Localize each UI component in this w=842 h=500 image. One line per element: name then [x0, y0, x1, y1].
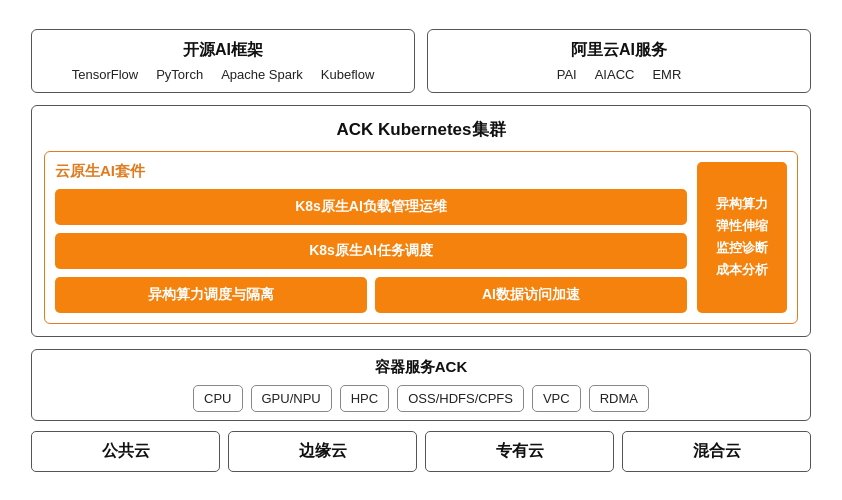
open-source-ai-title: 开源AI框架 — [48, 40, 398, 61]
item-tensorflow: TensorFlow — [72, 67, 138, 82]
cloud-ai-label: 云原生AI套件 — [55, 162, 687, 181]
right-item-0: 异构算力 — [716, 195, 768, 213]
right-item-2: 监控诊断 — [716, 239, 768, 257]
cloud-type-public: 公共云 — [31, 431, 220, 472]
right-item-3: 成本分析 — [716, 261, 768, 279]
k8s-ai-task: K8s原生AI任务调度 — [55, 233, 687, 269]
cloud-types-row: 公共云 边缘云 专有云 混合云 — [31, 431, 811, 472]
hardware-row: CPU GPU/NPU HPC OSS/HDFS/CPFS VPC RDMA — [44, 385, 798, 412]
open-source-ai-box: 开源AI框架 TensorFlow PyTorch Apache Spark K… — [31, 29, 415, 93]
right-item-1: 弹性伸缩 — [716, 217, 768, 235]
main-container: 开源AI框架 TensorFlow PyTorch Apache Spark K… — [21, 19, 821, 482]
item-kubeflow: Kubeflow — [321, 67, 374, 82]
cloud-type-hybrid: 混合云 — [622, 431, 811, 472]
item-pai: PAI — [557, 67, 577, 82]
ack-cluster-box: ACK Kubernetes集群 云原生AI套件 K8s原生AI负载管理运维 K… — [31, 105, 811, 337]
hw-gpu-npu: GPU/NPU — [251, 385, 332, 412]
container-ack-box: 容器服务ACK CPU GPU/NPU HPC OSS/HDFS/CPFS VP… — [31, 349, 811, 421]
cloud-type-private: 专有云 — [425, 431, 614, 472]
cloud-ai-right: 异构算力 弹性伸缩 监控诊断 成本分析 — [697, 162, 787, 313]
cloud-type-edge: 边缘云 — [228, 431, 417, 472]
open-source-ai-items: TensorFlow PyTorch Apache Spark Kubeflow — [48, 67, 398, 82]
item-aiacc: AIACC — [595, 67, 635, 82]
ai-data-access: AI数据访问加速 — [375, 277, 687, 313]
item-emr: EMR — [652, 67, 681, 82]
container-ack-title: 容器服务ACK — [44, 358, 798, 377]
item-pytorch: PyTorch — [156, 67, 203, 82]
hw-rdma: RDMA — [589, 385, 649, 412]
alibaba-ai-items: PAI AIACC EMR — [444, 67, 794, 82]
top-row: 开源AI框架 TensorFlow PyTorch Apache Spark K… — [31, 29, 811, 93]
item-apache-spark: Apache Spark — [221, 67, 303, 82]
bottom-blocks: 异构算力调度与隔离 AI数据访问加速 — [55, 277, 687, 313]
hw-cpu: CPU — [193, 385, 242, 412]
alibaba-ai-box: 阿里云AI服务 PAI AIACC EMR — [427, 29, 811, 93]
hw-hpc: HPC — [340, 385, 389, 412]
heterogeneous-scheduling: 异构算力调度与隔离 — [55, 277, 367, 313]
hw-vpc: VPC — [532, 385, 581, 412]
hw-oss: OSS/HDFS/CPFS — [397, 385, 524, 412]
alibaba-ai-title: 阿里云AI服务 — [444, 40, 794, 61]
k8s-ai-workload: K8s原生AI负载管理运维 — [55, 189, 687, 225]
ack-cluster-title: ACK Kubernetes集群 — [44, 118, 798, 141]
cloud-ai-box: 云原生AI套件 K8s原生AI负载管理运维 K8s原生AI任务调度 异构算力调度… — [44, 151, 798, 324]
cloud-ai-left: 云原生AI套件 K8s原生AI负载管理运维 K8s原生AI任务调度 异构算力调度… — [55, 162, 687, 313]
